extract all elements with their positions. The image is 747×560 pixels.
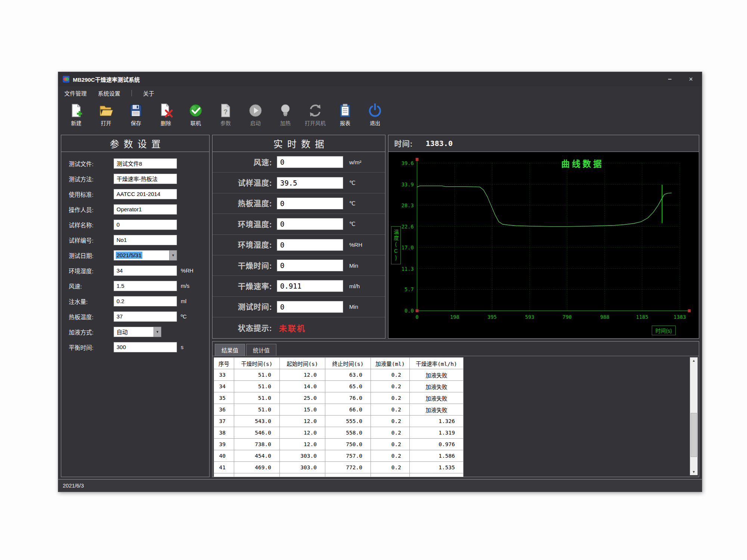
wind-speed-input[interactable]	[114, 281, 177, 291]
table-cell: 478.0	[234, 473, 280, 477]
drying-time-value[interactable]	[277, 259, 343, 271]
table-row[interactable]: 37543.012.0555.00.21.326	[214, 416, 464, 427]
time-value: 1383.0	[426, 139, 453, 148]
chevron-down-icon[interactable]: ▼	[169, 251, 177, 260]
table-cell: 750.0	[325, 439, 371, 450]
ambient-humidity-input[interactable]	[114, 265, 177, 276]
table-row[interactable]: 38546.012.0558.00.21.319	[214, 427, 464, 439]
table-cell: 41	[214, 462, 234, 473]
menu-about[interactable]: 关于	[143, 89, 154, 97]
statistics-tab[interactable]: 统计值	[246, 344, 276, 356]
chart-panel: 时间: 1383.0 0.05.711.317.022.628.333.939.…	[388, 135, 699, 339]
menu-system-settings[interactable]: 系统设置	[98, 89, 120, 97]
ambient-temp-value[interactable]	[277, 218, 343, 230]
table-row[interactable]: 3451.014.065.00.2加液失败	[214, 381, 464, 392]
temperature-curve-chart: 0.05.711.317.022.628.333.939.60198395593…	[388, 152, 699, 338]
realtime-panel-header: 实时数据	[213, 135, 385, 152]
scroll-down-icon[interactable]: ▼	[692, 469, 695, 475]
column-header: 终止时间(s)	[325, 358, 371, 369]
toolbar-button-label: 打开	[101, 119, 111, 127]
drying-rate-value[interactable]	[277, 280, 343, 292]
results-table-wrap: 序号干燥时间(s)起始时间(s)终止时间(s)加液量(ml)干燥速率(ml/h)…	[213, 356, 699, 477]
connect-check-icon	[188, 103, 203, 118]
toolbar-button-label: 参数	[220, 119, 231, 127]
sample-number-input[interactable]	[114, 235, 177, 245]
toolbar-button-label: 新建	[71, 119, 81, 127]
power-icon	[368, 103, 382, 118]
dosing-mode-label: 加液方式:	[69, 328, 114, 336]
delete-button[interactable]: 删除	[152, 101, 180, 128]
table-cell: 加液失败	[410, 392, 464, 404]
svg-text:17.0: 17.0	[402, 244, 414, 250]
save-button[interactable]: 保存	[122, 101, 150, 128]
drying-time-row: 干燥时间:Min	[213, 255, 385, 276]
test-date-value: 2021/5/31	[116, 252, 142, 259]
params-panel-header: 参数设置	[61, 135, 209, 152]
balance-time-unit: s	[181, 344, 183, 350]
table-cell: 543.0	[234, 416, 280, 427]
table-cell: 33	[214, 369, 234, 381]
table-row[interactable]: 3351.012.063.00.2加液失败	[214, 369, 464, 381]
test-method-input[interactable]	[114, 174, 177, 184]
connect-button[interactable]: 联机	[182, 101, 210, 128]
results-table: 序号干燥时间(s)起始时间(s)终止时间(s)加液量(ml)干燥速率(ml/h)…	[214, 357, 464, 477]
app-icon	[63, 76, 69, 83]
injection-volume-input[interactable]	[114, 296, 177, 307]
sample-name-input[interactable]	[114, 220, 177, 230]
table-cell: 0.2	[371, 381, 410, 392]
table-cell: 51.0	[234, 404, 280, 416]
sample-temp-value[interactable]	[277, 177, 343, 189]
toolbar-button-label: 报表	[340, 119, 350, 127]
svg-text:22.6: 22.6	[402, 224, 414, 230]
chevron-down-icon[interactable]: ▼	[154, 327, 161, 337]
results-tab[interactable]: 结果值	[215, 344, 245, 356]
exit-button[interactable]: 退出	[361, 101, 389, 128]
ambient-humidity-label: 环境湿度:	[69, 267, 114, 275]
dosing-mode-input[interactable]: 自动▼	[114, 327, 161, 337]
table-cell: 40	[214, 450, 234, 462]
test-date-input[interactable]: 2021/5/31▼	[114, 250, 177, 261]
realtime-panel-title: 实时数据	[269, 137, 329, 150]
table-row[interactable]: 42478.0302.0780.00.21.506	[214, 473, 464, 477]
hotplate-temp-input[interactable]	[114, 311, 177, 322]
hotplate-temp-label: 热板温度:	[216, 198, 272, 209]
standard-input[interactable]	[114, 189, 177, 199]
menu-file-management[interactable]: 文件管理	[64, 89, 87, 97]
wind-speed-row: 风速:w/m²	[213, 152, 385, 172]
balance-time-input[interactable]	[114, 342, 177, 352]
operator-input[interactable]	[114, 204, 177, 215]
scroll-up-icon[interactable]: ▲	[692, 358, 695, 364]
ambient-humidity-value[interactable]	[277, 239, 343, 251]
minimize-button[interactable]: −	[668, 76, 672, 83]
table-cell: 51.0	[234, 369, 280, 381]
table-cell: 1.506	[410, 473, 464, 477]
new-button[interactable]: 新建	[62, 101, 90, 128]
test-file-input[interactable]	[114, 158, 177, 169]
table-cell: 1.535	[410, 462, 464, 473]
params-fields: 测试文件:测试方法:使用标准:操作人员:试样名称:试样编号:测试日期:2021/…	[61, 152, 209, 355]
wind-speed-value[interactable]	[277, 156, 343, 168]
test-time-value[interactable]	[277, 301, 343, 313]
chart-canvas[interactable]: 0.05.711.317.022.628.333.939.60198395593…	[388, 152, 699, 338]
svg-text:790: 790	[562, 314, 572, 320]
ambient-humidity-label: 环境湿度:	[216, 239, 272, 250]
hotplate-temp-label: 热板温度:	[69, 312, 114, 321]
dosing-mode-value: 自动	[116, 327, 128, 336]
right-area: 实时数据 风速:w/m²试样温度:℃热板温度:℃环境温度:℃环境湿度:%RH干燥…	[212, 135, 699, 477]
open-button[interactable]: 打开	[92, 101, 120, 128]
table-scrollbar[interactable]: ▲ ▼	[690, 357, 698, 475]
close-button[interactable]: ×	[689, 76, 693, 83]
scrollbar-thumb[interactable]	[691, 413, 697, 457]
open-folder-icon	[99, 103, 114, 118]
column-header: 序号	[214, 358, 234, 369]
table-cell: 25.0	[280, 392, 325, 404]
table-row[interactable]: 3551.025.076.00.2加液失败	[214, 392, 464, 404]
table-row[interactable]: 3651.015.066.00.2加液失败	[214, 404, 464, 416]
report-button[interactable]: 报表	[331, 101, 359, 128]
table-row[interactable]: 41469.0303.0772.00.21.535	[214, 462, 464, 473]
table-row[interactable]: 40454.0303.0757.00.21.586	[214, 450, 464, 462]
save-disk-icon	[128, 103, 143, 118]
hotplate-temp-value[interactable]	[277, 197, 343, 209]
table-row[interactable]: 39738.012.0750.00.20.976	[214, 439, 464, 450]
test-file-label: 测试文件:	[69, 159, 114, 168]
